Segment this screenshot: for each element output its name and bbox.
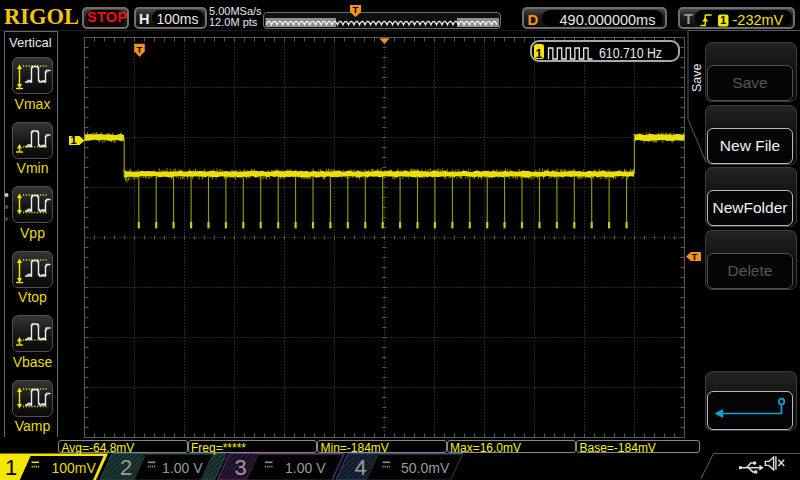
svg-text:T: T xyxy=(692,251,698,262)
svg-text:1: 1 xyxy=(720,14,726,26)
svg-text:1: 1 xyxy=(71,134,77,146)
